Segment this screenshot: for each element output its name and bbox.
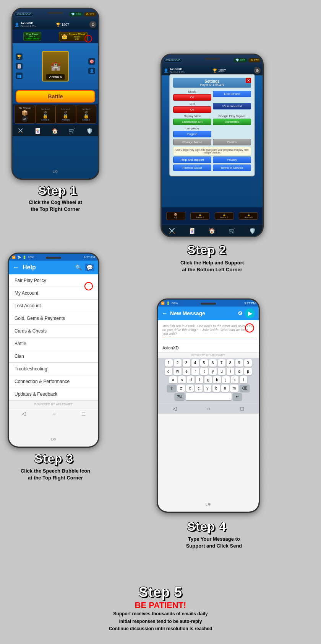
key-g[interactable]: g (204, 376, 212, 383)
menu-cards-chests[interactable]: Cards & Chests (9, 325, 98, 337)
phone-1-speaker (48, 12, 63, 14)
android4-home[interactable]: ○ (207, 406, 210, 412)
key-m[interactable]: m (230, 385, 238, 392)
key-1[interactable]: 1 (165, 359, 173, 367)
msg-settings-icon[interactable]: ⚙ (238, 310, 243, 316)
settings-warning: Use Google Play Sign-in to safeguard you… (173, 147, 251, 155)
key-i[interactable]: i (227, 368, 234, 375)
key-2[interactable]: 2 (174, 359, 182, 367)
android4-back[interactable]: ◁ (173, 406, 177, 412)
key-5[interactable]: 5 (200, 359, 208, 367)
nav-battle-icon[interactable]: ⚔️ (18, 128, 23, 133)
key-n[interactable]: n (221, 385, 229, 392)
landscape-btn[interactable]: Landscape-ON (173, 119, 211, 125)
key-e[interactable]: e (183, 368, 190, 375)
key-backspace[interactable]: ⌫ (240, 385, 250, 392)
key-v[interactable]: v (204, 385, 211, 392)
key-enter[interactable]: ↵ (233, 393, 242, 400)
key-shift[interactable]: ⇧ (167, 385, 176, 392)
key-7[interactable]: 7 (218, 359, 225, 367)
help-support-btn[interactable]: Help and support (173, 157, 211, 163)
key-p[interactable]: p (244, 368, 252, 375)
profile-icon[interactable]: 👤 (88, 68, 95, 74)
key-q[interactable]: q (165, 368, 172, 375)
parents-guide-btn[interactable]: Parents Guide (173, 165, 211, 171)
help-search-icon[interactable]: 🔍 (75, 264, 82, 271)
facebook-btn[interactable]: f Disconnected (213, 103, 251, 109)
menu-gold-gems[interactable]: Gold, Gems & Payments (9, 312, 98, 325)
language-btn[interactable]: English (173, 131, 211, 137)
msg-send-icon[interactable]: ▶ (245, 308, 255, 318)
menu-updates[interactable]: Updates & Feedback (9, 388, 98, 401)
menu-battle[interactable]: Battle (9, 337, 98, 350)
android-recents[interactable]: □ (82, 411, 85, 417)
credits-btn[interactable]: Credits (213, 139, 251, 145)
android4-recents[interactable]: □ (240, 406, 243, 412)
key-6[interactable]: 6 (209, 359, 217, 367)
keyboard-row1: q w e r t y u i o p (159, 368, 258, 375)
step-3-label: Step 3 (34, 452, 73, 466)
key-space[interactable] (186, 393, 232, 400)
key-3[interactable]: 3 (183, 359, 190, 367)
sfx-off-btn[interactable]: Off (173, 106, 211, 113)
nav-shop-icon[interactable]: 🛒 (69, 128, 75, 134)
cards-icon[interactable]: 🃏 (16, 63, 23, 70)
settings-close-button[interactable]: ✕ (246, 78, 251, 83)
key-y[interactable]: y (209, 368, 217, 375)
nav-clan-icon[interactable]: 🛡️ (86, 128, 93, 134)
settings-cog-icon[interactable]: ⚙ (89, 21, 96, 28)
key-u[interactable]: u (218, 368, 225, 375)
key-d[interactable]: d (187, 376, 195, 383)
nav2-cards[interactable]: 🃏 (189, 228, 195, 234)
key-h[interactable]: h (213, 376, 221, 383)
trophy-icon[interactable]: 🏆 (16, 54, 23, 60)
key-z[interactable]: z (177, 385, 185, 392)
target-icon[interactable]: 🎯 (88, 58, 95, 65)
battle-button[interactable]: Battle (16, 90, 95, 103)
change-name-btn[interactable]: Change Name (173, 139, 211, 145)
key-c[interactable]: c (195, 385, 203, 392)
msg-screen: 📶🔋 66% 9:27 PM ← New Message ⚙ ▶ (158, 300, 259, 512)
nav-home-icon[interactable]: 🏠 (52, 128, 58, 134)
msg-back-icon[interactable]: ← (162, 310, 168, 317)
key-0[interactable]: 0 (244, 359, 252, 367)
key-f[interactable]: f (196, 376, 203, 383)
menu-troubleshooting[interactable]: Troubleshooting (9, 363, 98, 375)
key-j[interactable]: j (222, 376, 230, 383)
key-8[interactable]: 8 (227, 359, 234, 367)
phone-3: 📶📡🔋 66% 9:27 PM ← Help 🔍 💬 Fair Play Pol… (8, 253, 99, 448)
key-x[interactable]: x (186, 385, 194, 392)
key-o[interactable]: o (235, 368, 243, 375)
key-symbols[interactable]: ?!# (175, 393, 185, 400)
link-device-btn[interactable]: Link Device (213, 91, 251, 97)
key-b[interactable]: b (212, 385, 220, 392)
nav2-battle[interactable]: ⚔️ (169, 228, 175, 234)
google-connected-btn[interactable]: Connected (213, 119, 251, 125)
nav2-shop[interactable]: 🛒 (229, 228, 235, 234)
help-back-icon[interactable]: ← (13, 264, 19, 272)
key-a[interactable]: a (169, 376, 177, 383)
android-home[interactable]: ○ (52, 411, 55, 417)
menu-lost-account[interactable]: Lost Account (9, 300, 98, 312)
key-t[interactable]: t (200, 368, 208, 375)
settings-cog-2[interactable]: ⚙ (254, 67, 261, 74)
menu-clan[interactable]: Clan (9, 350, 98, 363)
menu-my-account[interactable]: My Account (9, 287, 98, 300)
social-icon[interactable]: 👥 (16, 73, 23, 79)
help-speech-bubble-icon[interactable]: 💬 (85, 264, 94, 271)
menu-connection[interactable]: Connection & Performance (9, 375, 98, 388)
terms-btn[interactable]: Terms of Service (213, 165, 251, 171)
music-off-btn[interactable]: Off (173, 94, 211, 101)
key-l[interactable]: l (240, 376, 247, 383)
android-back[interactable]: ◁ (22, 411, 26, 417)
nav2-clan[interactable]: 🛡️ (249, 228, 256, 234)
key-w[interactable]: w (173, 368, 182, 375)
game-screen-2: 8/2028/5000 💎 676 ⚙ 172 👤 (162, 55, 263, 236)
key-9[interactable]: 9 (235, 359, 243, 367)
key-r[interactable]: r (191, 368, 199, 375)
nav-cards-icon[interactable]: 🃏 (34, 128, 41, 134)
key-4[interactable]: 4 (191, 359, 199, 367)
key-s[interactable]: s (178, 376, 186, 383)
key-k[interactable]: k (231, 376, 238, 383)
privacy-btn[interactable]: Privacy (213, 157, 251, 163)
